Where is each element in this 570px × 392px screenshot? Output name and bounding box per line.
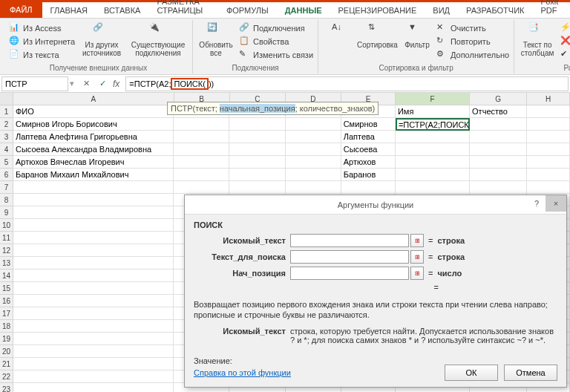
tab-home[interactable]: ГЛАВНАЯ bbox=[42, 3, 96, 18]
cell[interactable]: Лаптева bbox=[341, 131, 396, 143]
from-access-button[interactable]: 📊Из Access bbox=[9, 22, 75, 34]
cell[interactable] bbox=[229, 118, 285, 131]
cell[interactable] bbox=[174, 181, 229, 194]
advanced-filter-button[interactable]: ⚙Дополнительно bbox=[436, 49, 509, 61]
reapply-button[interactable]: ↻Повторить bbox=[436, 36, 509, 48]
connections-button[interactable]: 🔗Подключения bbox=[239, 22, 313, 34]
cancel-button[interactable]: Отмена bbox=[504, 365, 557, 381]
cell[interactable] bbox=[13, 194, 174, 206]
arg-input[interactable] bbox=[290, 250, 409, 264]
flash-fill-button[interactable]: ⚡Мгновенное заполне bbox=[560, 22, 570, 34]
cell[interactable] bbox=[13, 295, 174, 307]
range-picker-button[interactable]: ⊞ bbox=[410, 234, 424, 247]
cell[interactable] bbox=[13, 219, 174, 232]
cell[interactable] bbox=[13, 345, 174, 358]
cell[interactable] bbox=[13, 282, 174, 295]
cell[interactable] bbox=[396, 181, 470, 194]
cell[interactable] bbox=[229, 143, 285, 156]
text-to-columns-button[interactable]: 📑Текст по столбцам bbox=[519, 22, 556, 57]
existing-conn-button[interactable]: 🔌Существующие подключения bbox=[128, 22, 188, 57]
ok-button[interactable]: ОК bbox=[445, 365, 498, 381]
cell[interactable] bbox=[396, 156, 470, 169]
cell[interactable]: Лаптева Алефтина Григорьевна bbox=[13, 131, 174, 143]
row-header[interactable]: 16 bbox=[0, 295, 13, 307]
cell[interactable] bbox=[286, 181, 341, 194]
cell[interactable]: Смирнов Игорь Борисович bbox=[13, 118, 174, 131]
col-header-G[interactable]: G bbox=[470, 93, 527, 105]
row-header[interactable]: 1 bbox=[0, 105, 13, 118]
tab-developer[interactable]: РАЗРАБОТЧИК bbox=[458, 3, 532, 18]
row-header[interactable]: 7 bbox=[0, 181, 13, 194]
cell[interactable] bbox=[396, 131, 470, 143]
cell[interactable]: Артюхов bbox=[341, 156, 396, 169]
clear-filter-button[interactable]: ✕Очистить bbox=[436, 22, 509, 34]
cell[interactable] bbox=[229, 131, 285, 143]
cell[interactable] bbox=[13, 307, 174, 320]
cell[interactable] bbox=[527, 169, 570, 181]
from-other-button[interactable]: 🔗Из других источников bbox=[79, 22, 124, 57]
tab-data[interactable]: ДАННЫЕ bbox=[277, 3, 330, 18]
cell[interactable] bbox=[13, 232, 174, 244]
remove-dup-button[interactable]: ❌Удалить дубликаты bbox=[560, 36, 570, 48]
cell[interactable] bbox=[470, 156, 527, 169]
cell[interactable] bbox=[13, 370, 174, 383]
col-header-F[interactable]: F bbox=[396, 93, 470, 105]
cell[interactable] bbox=[470, 118, 527, 131]
row-header[interactable]: 13 bbox=[0, 257, 13, 270]
cell[interactable] bbox=[286, 169, 341, 181]
edit-links-button[interactable]: ✎Изменить связи bbox=[239, 49, 313, 61]
cell[interactable] bbox=[527, 143, 570, 156]
cell[interactable] bbox=[286, 143, 341, 156]
tab-insert[interactable]: ВСТАВКА bbox=[96, 3, 148, 18]
cell[interactable]: Баранов bbox=[341, 169, 396, 181]
row-header[interactable]: 15 bbox=[0, 282, 13, 295]
cell[interactable] bbox=[527, 131, 570, 143]
cell[interactable] bbox=[13, 270, 174, 282]
refresh-button[interactable]: 🔄Обновить все bbox=[197, 22, 235, 57]
cell[interactable] bbox=[13, 383, 174, 392]
cell[interactable] bbox=[174, 169, 229, 181]
data-validation-button[interactable]: ✔Проверка данных bbox=[560, 49, 570, 61]
arg-input[interactable] bbox=[290, 267, 409, 280]
cell[interactable] bbox=[341, 181, 396, 194]
tab-review[interactable]: РЕЦЕНЗИРОВАНИЕ bbox=[330, 3, 425, 18]
fx-icon[interactable]: fx bbox=[113, 79, 119, 89]
col-header-A[interactable]: A bbox=[13, 93, 174, 105]
cell[interactable] bbox=[13, 206, 174, 219]
tab-view[interactable]: ВИД bbox=[425, 3, 458, 18]
enter-formula-button[interactable]: ✓ bbox=[96, 78, 108, 90]
cell[interactable] bbox=[229, 169, 285, 181]
row-header[interactable]: 2 bbox=[0, 118, 13, 131]
sort-az-button[interactable]: A↓ bbox=[323, 22, 353, 34]
tab-formulas[interactable]: ФОРМУЛЫ bbox=[218, 3, 277, 18]
cell[interactable]: ФИО bbox=[13, 105, 174, 118]
row-header[interactable]: 20 bbox=[0, 345, 13, 358]
col-header-H[interactable]: H bbox=[527, 93, 570, 105]
row-header[interactable]: 17 bbox=[0, 307, 13, 320]
cell[interactable]: Сысоева Александра Владмировна bbox=[13, 143, 174, 156]
cell[interactable] bbox=[470, 131, 527, 143]
cell[interactable] bbox=[229, 156, 285, 169]
row-header[interactable]: 5 bbox=[0, 156, 13, 169]
cell[interactable]: =ПСТР(A2;ПОИСК()) bbox=[396, 118, 470, 131]
row-header[interactable]: 3 bbox=[0, 131, 13, 143]
row-header[interactable]: 12 bbox=[0, 244, 13, 257]
row-header[interactable]: 8 bbox=[0, 194, 13, 206]
cell[interactable]: Отчество bbox=[470, 105, 527, 118]
cell[interactable]: Баранов Михаил Михайлович bbox=[13, 169, 174, 181]
cell[interactable]: Имя bbox=[396, 105, 470, 118]
row-header[interactable]: 11 bbox=[0, 232, 13, 244]
cell[interactable] bbox=[13, 244, 174, 257]
sort-button[interactable]: ⇅Сортировка bbox=[357, 22, 398, 49]
cell[interactable] bbox=[13, 257, 174, 270]
range-picker-button[interactable]: ⊞ bbox=[410, 250, 424, 264]
tab-file[interactable]: ФАЙЛ bbox=[0, 1, 42, 18]
cell[interactable] bbox=[470, 181, 527, 194]
cell[interactable] bbox=[527, 156, 570, 169]
row-header[interactable]: 14 bbox=[0, 270, 13, 282]
formula-bar[interactable]: =ПСТР(A2;ПОИСК()) bbox=[125, 76, 569, 91]
cell[interactable] bbox=[229, 181, 285, 194]
cell[interactable] bbox=[396, 143, 470, 156]
cell[interactable] bbox=[174, 118, 229, 131]
cell[interactable] bbox=[470, 143, 527, 156]
